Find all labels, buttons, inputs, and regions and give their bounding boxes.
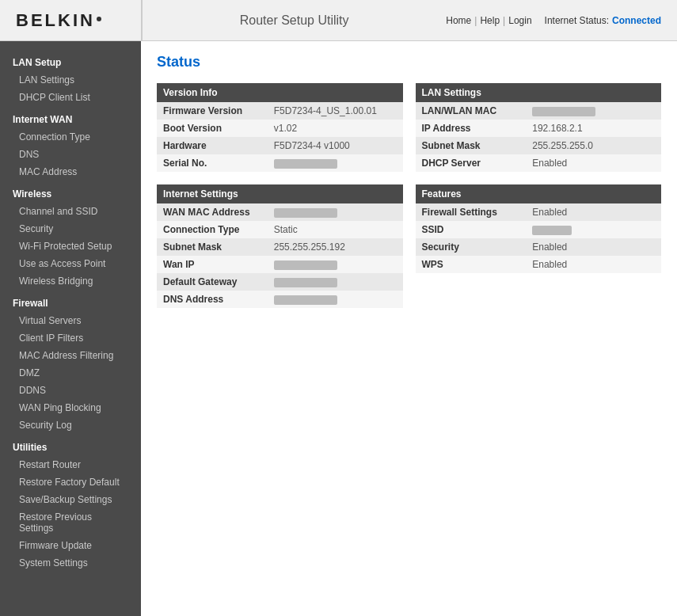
sidebar-section-firewall: Firewall [0,290,141,312]
dns-address-value [274,295,337,305]
sidebar-item-dmz[interactable]: DMZ [0,364,141,382]
table-row: LAN/WLAN MAC [416,102,662,120]
sidebar-item-security[interactable]: Security [0,220,141,238]
top-tables-row: Version Info Firmware Version F5D7234-4_… [157,83,661,172]
features-header: Features [416,184,662,203]
sidebar-item-wifi-protected-setup[interactable]: Wi-Fi Protected Setup [0,238,141,255]
sidebar-item-dhcp-client-list[interactable]: DHCP Client List [0,89,141,106]
table-row: Hardware F5D7234-4 v1000 [157,137,403,154]
table-row: SSID [416,221,662,238]
sidebar-item-ddns[interactable]: DDNS [0,382,141,399]
sidebar-item-lan-settings[interactable]: LAN Settings [0,71,141,89]
header-nav: Home | Help | Login Internet Status: Con… [446,15,661,26]
content-area: Status Version Info Firmware Version F5D… [141,41,677,616]
sidebar-item-save-backup-settings[interactable]: Save/Backup Settings [0,491,141,508]
home-link[interactable]: Home [446,15,471,26]
lan-settings-table: LAN Settings LAN/WLAN MAC IP Address 192… [416,83,662,172]
table-row: WPS Enabled [416,256,662,273]
page-title: Status [157,54,661,70]
sidebar-item-wan-ping-blocking[interactable]: WAN Ping Blocking [0,399,141,416]
help-link[interactable]: Help [480,15,500,26]
ssid-value [532,226,572,235]
table-row: Serial No. [157,154,403,172]
sidebar-item-connection-type[interactable]: Connection Type [0,128,141,146]
sidebar-item-firmware-update[interactable]: Firmware Update [0,537,141,554]
table-row: DNS Address [157,291,403,308]
internet-settings-table: Internet Settings WAN MAC Address Connec… [157,184,403,308]
version-info-table: Version Info Firmware Version F5D7234-4_… [157,83,403,172]
sidebar-item-wireless-bridging[interactable]: Wireless Bridging [0,272,141,290]
lan-settings-header: LAN Settings [416,83,662,102]
login-link[interactable]: Login [508,15,531,26]
version-info-header: Version Info [157,83,403,102]
sidebar-section-internet-wan: Internet WAN [0,106,141,128]
logo-area: BELKIN [16,0,143,40]
sidebar-item-mac-address-filtering[interactable]: MAC Address Filtering [0,347,141,364]
lan-wlan-mac-value [532,107,595,116]
serial-no-value [274,159,337,169]
sidebar-section-wireless: Wireless [0,181,141,203]
default-gateway-value [274,278,337,287]
sidebar-item-restore-previous-settings[interactable]: Restore Previous Settings [0,508,141,537]
sidebar-item-restore-factory-default[interactable]: Restore Factory Default [0,473,141,491]
table-row: Wan IP [157,256,403,273]
main-layout: LAN Setup LAN Settings DHCP Client List … [0,41,677,616]
wan-ip-value [274,260,337,270]
table-row: Subnet Mask 255.255.255.192 [157,238,403,256]
sidebar-item-dns[interactable]: DNS [0,146,141,163]
table-row: Connection Type Static [157,221,403,238]
table-row: Firewall Settings Enabled [416,203,662,221]
sidebar-item-client-ip-filters[interactable]: Client IP Filters [0,329,141,347]
table-row: WAN MAC Address [157,203,403,221]
logo: BELKIN [16,10,95,31]
sidebar-item-use-as-access-point[interactable]: Use as Access Point [0,255,141,272]
app-title: Router Setup Utility [143,13,446,28]
sidebar-item-system-settings[interactable]: System Settings [0,554,141,572]
sidebar-item-security-log[interactable]: Security Log [0,416,141,434]
wan-mac-value [274,208,337,218]
table-row: Subnet Mask 255.255.255.0 [416,137,662,154]
internet-settings-header: Internet Settings [157,184,403,203]
sidebar: LAN Setup LAN Settings DHCP Client List … [0,41,141,616]
table-row: Firmware Version F5D7234-4_US_1.00.01 [157,102,403,120]
table-row: IP Address 192.168.2.1 [416,120,662,137]
sidebar-item-channel-ssid[interactable]: Channel and SSID [0,203,141,220]
sidebar-item-mac-address[interactable]: MAC Address [0,163,141,181]
logo-dot [97,17,101,21]
header: BELKIN Router Setup Utility Home | Help … [0,0,677,41]
table-row: DHCP Server Enabled [416,154,662,172]
sidebar-item-virtual-servers[interactable]: Virtual Servers [0,312,141,329]
table-row: Boot Version v1.02 [157,120,403,137]
bottom-tables-row: Internet Settings WAN MAC Address Connec… [157,184,661,308]
table-row: Security Enabled [416,238,662,256]
table-row: Default Gateway [157,273,403,291]
sidebar-section-utilities: Utilities [0,434,141,456]
internet-status-label: Internet Status: [545,15,609,26]
sidebar-section-lan-setup: LAN Setup [0,49,141,71]
sidebar-item-restart-router[interactable]: Restart Router [0,456,141,473]
features-table: Features Firewall Settings Enabled SSID [416,184,662,308]
internet-status-value: Connected [612,15,661,26]
